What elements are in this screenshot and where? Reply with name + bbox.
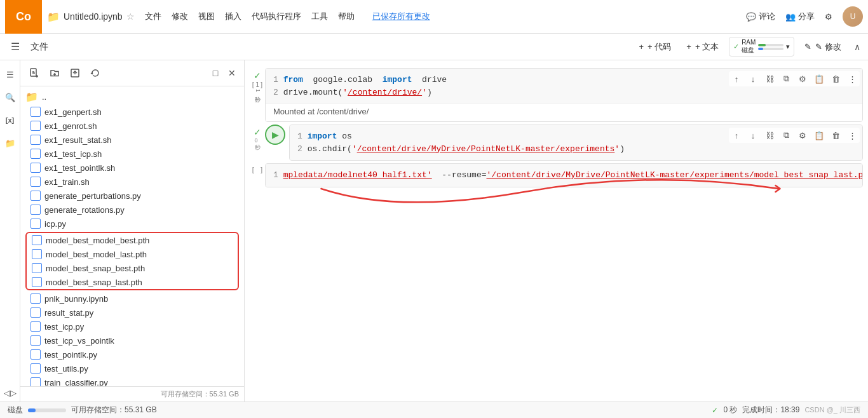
list-item[interactable]: icp.py — [20, 217, 244, 231]
list-item[interactable]: model_best_snap_best.pth — [27, 261, 238, 275]
panel-icon-files[interactable]: 📁 — [1, 134, 19, 152]
watermark-text: CSDN @_ 川三西 — [804, 405, 860, 415]
cell-down-button[interactable]: ↓ — [745, 128, 761, 143]
cell-2-body[interactable]: ↑ ↓ ⛓ ⧉ ⚙ 📋 🗑 ⋮ 1 import os 2 os.chdir('… — [289, 125, 863, 161]
list-item[interactable]: ex1_genpert.sh — [20, 105, 244, 119]
cell-clone-button[interactable]: 📋 — [811, 128, 827, 143]
file-icon — [31, 107, 41, 117]
list-item[interactable]: model_best_model_best.pth — [27, 233, 238, 247]
toolbar2-right: + + 代码 + + 文本 ✓ RAM 磁盘 ▾ ✎ — [634, 37, 863, 57]
notebook-area[interactable]: ✓ [1] 1分秒 ↑ ↓ ⛓ ⧉ ⚙ 📋 🗑 ⋮ 1 from google.… — [245, 60, 868, 401]
cell-delete-button[interactable]: 🗑 — [828, 71, 843, 86]
cell-2-check: ✓ — [254, 127, 261, 137]
file-name: generate_rotations.py — [44, 205, 125, 215]
list-item[interactable]: ex1_train.sh — [20, 175, 244, 189]
cell-3-code[interactable]: 1 mpledata/modelnet40_half1.txt' --resum… — [266, 164, 862, 187]
cell-1-body[interactable]: ↑ ↓ ⛓ ⧉ ⚙ 📋 🗑 ⋮ 1 from google.colab impo… — [265, 68, 863, 122]
cell-settings-button[interactable]: ⚙ — [795, 128, 810, 143]
cell-1-toolbar: ↑ ↓ ⛓ ⧉ ⚙ 📋 🗑 ⋮ — [729, 71, 860, 86]
cell-copy-button[interactable]: ⧉ — [778, 128, 794, 143]
file-tree-container[interactable]: 📁 .. ex1_genpert.sh ex1_genrot.sh — [20, 86, 244, 386]
file-name: result_stat.py — [44, 308, 93, 318]
sidebar-toggle-button[interactable]: ☰ — [5, 37, 25, 57]
avatar[interactable]: U — [843, 6, 863, 27]
comment-button[interactable]: 💬 评论 — [746, 11, 775, 22]
file-name: ex1_result_stat.sh — [44, 135, 112, 145]
file-name: model_best_snap_last.pth — [46, 278, 142, 287]
cell-delete-button[interactable]: 🗑 — [828, 128, 843, 143]
file-icon — [32, 263, 42, 273]
expand-button[interactable]: ∧ — [851, 39, 863, 55]
cell-clone-button[interactable]: 📋 — [811, 71, 827, 86]
list-item[interactable]: ex1_test_icp.sh — [20, 147, 244, 161]
cell-settings-button[interactable]: ⚙ — [795, 71, 810, 86]
menu-view[interactable]: 视图 — [198, 11, 215, 22]
sidebar-window-btn[interactable]: □ — [208, 66, 222, 80]
add-code-button[interactable]: + + 代码 — [634, 39, 677, 55]
menu-tools[interactable]: 工具 — [311, 11, 328, 22]
cell-up-button[interactable]: ↑ — [729, 71, 744, 86]
menu-file[interactable]: 文件 — [145, 11, 161, 22]
sidebar: ☰ 🔍 [x] 📁 ◁▷ — [0, 60, 245, 401]
list-item[interactable]: ex1_genrot.sh — [20, 119, 244, 133]
list-item[interactable]: ex1_result_stat.sh — [20, 133, 244, 147]
cell-copy-button[interactable]: ⧉ — [778, 71, 794, 86]
panel-icon-variables[interactable]: [x] — [1, 111, 19, 129]
add-text-button[interactable]: + + 文本 — [681, 39, 724, 55]
file-icon — [31, 349, 41, 360]
storage-info: 可用存储空间：55.31 GB — [20, 386, 244, 401]
cell-more-button[interactable]: ⋮ — [844, 128, 860, 143]
menu-edit[interactable]: 修改 — [172, 11, 188, 22]
cell-2-run-button[interactable]: ▶ — [265, 125, 285, 145]
menu-help[interactable]: 帮助 — [338, 11, 355, 22]
cell-3-body[interactable]: 1 mpledata/modelnet40_half1.txt' --resum… — [265, 163, 863, 187]
file-icon — [32, 249, 42, 259]
list-item[interactable]: model_best_model_last.pth — [27, 247, 238, 261]
list-item[interactable]: test_pointlk.py — [20, 347, 244, 361]
ram-bars — [758, 44, 783, 50]
share-button[interactable]: 👥 分享 — [785, 11, 815, 22]
sidebar-close-btn[interactable]: ✕ — [225, 66, 239, 80]
list-item[interactable]: ex1_test_pointlk.sh — [20, 161, 244, 175]
list-item[interactable]: generate_perturbations.py — [20, 189, 244, 203]
refresh-button[interactable] — [86, 64, 104, 82]
list-item[interactable]: model_best_snap_last.pth — [27, 275, 238, 289]
menu-insert[interactable]: 插入 — [225, 11, 241, 22]
cell-more-button[interactable]: ⋮ — [844, 71, 860, 86]
panel-icon-bottom[interactable]: ◁▷ — [1, 384, 19, 401]
list-item[interactable]: pnlk_bunny.ipynb — [20, 292, 244, 306]
menu-runtime[interactable]: 代码执行程序 — [252, 11, 301, 22]
new-file-button[interactable] — [25, 64, 43, 82]
cell-2-status: ✓ 0秒 — [250, 125, 265, 152]
cell-down-button[interactable]: ↓ — [745, 71, 761, 86]
list-item[interactable]: test_utils.py — [20, 361, 244, 375]
cell-up-button[interactable]: ↑ — [729, 128, 744, 143]
file-icon — [31, 149, 41, 159]
list-item[interactable]: train_classifier.py — [20, 375, 244, 386]
cell-3-wrapper: [ ] 1 mpledata/modelnet40_half1.txt' --r… — [250, 163, 863, 187]
upload-button[interactable] — [66, 64, 84, 82]
settings-button[interactable]: ⚙ — [825, 12, 832, 22]
ram-dropdown-icon[interactable]: ▾ — [786, 43, 790, 51]
file-icon — [32, 277, 42, 287]
file-name: model_best_snap_best.pth — [46, 264, 145, 273]
parent-folder-item[interactable]: 📁 .. — [20, 89, 244, 105]
cell-link-button[interactable]: ⛓ — [762, 128, 777, 143]
status-complete: 完成时间：18:39 — [742, 405, 799, 415]
cell-link-button[interactable]: ⛓ — [762, 71, 777, 86]
modify-button[interactable]: ✎ ✎ 修改 — [799, 39, 846, 55]
drive-icon: 📁 — [47, 11, 60, 23]
plus-text-icon: + — [686, 42, 691, 51]
new-folder-button[interactable] — [46, 64, 64, 82]
panel-icon-menu[interactable]: ☰ — [1, 65, 19, 83]
file-icon — [31, 191, 41, 201]
star-icon[interactable]: ☆ — [126, 11, 135, 22]
notebook-title[interactable]: Untitled0.ipynb — [64, 11, 123, 22]
toolbar2: ☰ 文件 + + 代码 + + 文本 ✓ RAM 磁盘 ▾ — [0, 34, 868, 60]
list-item[interactable]: generate_rotations.py — [20, 203, 244, 217]
list-item[interactable]: result_stat.py — [20, 306, 244, 320]
panel-icon-search[interactable]: 🔍 — [1, 88, 19, 106]
cell-2-time: 0秒 — [255, 137, 261, 152]
list-item[interactable]: test_icp.py — [20, 320, 244, 334]
list-item[interactable]: test_icp_vs_pointlk — [20, 334, 244, 347]
